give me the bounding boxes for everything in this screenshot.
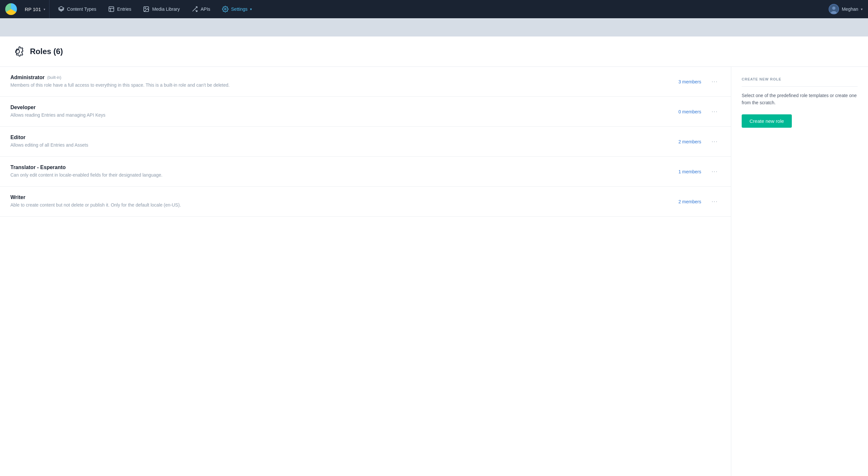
nav-item-entries[interactable]: Entries: [102, 0, 137, 18]
role-info-developer: Developer Allows reading Entries and man…: [10, 105, 669, 119]
media-icon: [143, 6, 150, 12]
user-chevron-icon: ▾: [861, 7, 863, 11]
role-members-writer[interactable]: 2 members: [669, 199, 701, 204]
nav-label-apis: APIs: [200, 6, 210, 12]
sidebar-panel: CREATE NEW ROLE Select one of the predef…: [731, 67, 868, 476]
role-row-editor[interactable]: Editor Allows editing of all Entries and…: [0, 127, 731, 157]
role-name-developer: Developer: [10, 105, 669, 111]
role-info-translator-esperanto: Translator - Esperanto Can only edit con…: [10, 165, 669, 179]
role-name-translator-esperanto: Translator - Esperanto: [10, 165, 669, 170]
role-desc-writer: Able to create content but not delete or…: [10, 202, 232, 209]
svg-point-10: [832, 6, 835, 10]
page-title: Roles (6): [30, 47, 63, 56]
project-selector[interactable]: RP 101 ▾: [21, 0, 50, 18]
avatar-icon: [829, 5, 838, 14]
role-desc-administrator: Members of this role have a full access …: [10, 82, 232, 89]
role-menu-editor[interactable]: ···: [709, 138, 720, 146]
role-menu-administrator[interactable]: ···: [709, 78, 720, 86]
role-desc-translator-esperanto: Can only edit content in locale-enabled …: [10, 172, 232, 179]
page-header: Roles (6): [0, 36, 868, 67]
role-desc-developer: Allows reading Entries and managing API …: [10, 112, 232, 119]
role-desc-editor: Allows editing of all Entries and Assets: [10, 142, 232, 149]
project-name: RP 101: [25, 6, 41, 12]
role-row-developer[interactable]: Developer Allows reading Entries and man…: [0, 97, 731, 127]
nav-label-entries: Entries: [117, 6, 131, 12]
role-row-translator-esperanto[interactable]: Translator - Esperanto Can only edit con…: [0, 157, 731, 187]
role-name-editor: Editor: [10, 135, 669, 141]
role-members-administrator[interactable]: 3 members: [669, 79, 701, 84]
top-navigation: RP 101 ▾ Content Types Entries: [0, 0, 868, 18]
create-role-button[interactable]: Create new role: [742, 114, 792, 128]
page-gear-icon: [10, 44, 25, 59]
settings-icon: [222, 6, 228, 12]
nav-label-content-types: Content Types: [67, 6, 96, 12]
nav-item-content-types[interactable]: Content Types: [52, 0, 102, 18]
apis-icon: [191, 6, 198, 12]
create-role-section-title: CREATE NEW ROLE: [742, 77, 858, 87]
topnav-right: Meghan ▾: [829, 4, 863, 14]
app-logo[interactable]: [5, 3, 17, 15]
role-members-translator-esperanto[interactable]: 1 members: [669, 169, 701, 174]
entries-icon: [108, 6, 115, 12]
layers-icon: [58, 6, 64, 12]
role-info-editor: Editor Allows editing of all Entries and…: [10, 135, 669, 149]
role-info-administrator: Administrator (built-in) Members of this…: [10, 75, 669, 89]
main-layout: Administrator (built-in) Members of this…: [0, 67, 868, 476]
role-name-writer: Writer: [10, 195, 669, 200]
role-members-editor[interactable]: 2 members: [669, 139, 701, 144]
roles-list: Administrator (built-in) Members of this…: [0, 67, 731, 476]
nav-item-settings[interactable]: Settings ▾: [216, 0, 258, 18]
user-name: Meghan: [842, 6, 858, 12]
nav-item-media-library[interactable]: Media Library: [137, 0, 186, 18]
role-row-writer[interactable]: Writer Able to create content but not de…: [0, 187, 731, 217]
svg-point-5: [145, 8, 146, 8]
role-menu-developer[interactable]: ···: [709, 108, 720, 116]
subheader: [0, 18, 868, 36]
nav-items: Content Types Entries Media Library: [52, 0, 829, 18]
create-role-description: Select one of the predefined role templa…: [742, 92, 858, 107]
role-menu-translator-esperanto[interactable]: ···: [709, 168, 720, 176]
project-chevron-icon: ▾: [43, 7, 45, 11]
nav-label-settings: Settings: [231, 6, 248, 12]
svg-rect-1: [109, 7, 114, 12]
settings-chevron-icon: ▾: [250, 7, 252, 11]
nav-label-media-library: Media Library: [152, 6, 180, 12]
role-info-writer: Writer Able to create content but not de…: [10, 195, 669, 209]
user-menu[interactable]: Meghan ▾: [829, 4, 863, 14]
role-row-administrator[interactable]: Administrator (built-in) Members of this…: [0, 67, 731, 97]
svg-point-8: [224, 8, 226, 10]
role-badge-administrator: (built-in): [47, 75, 61, 80]
role-menu-writer[interactable]: ···: [709, 198, 720, 206]
avatar: [829, 4, 839, 14]
nav-item-apis[interactable]: APIs: [186, 0, 216, 18]
role-name-administrator: Administrator (built-in): [10, 75, 669, 81]
role-members-developer[interactable]: 0 members: [669, 109, 701, 114]
